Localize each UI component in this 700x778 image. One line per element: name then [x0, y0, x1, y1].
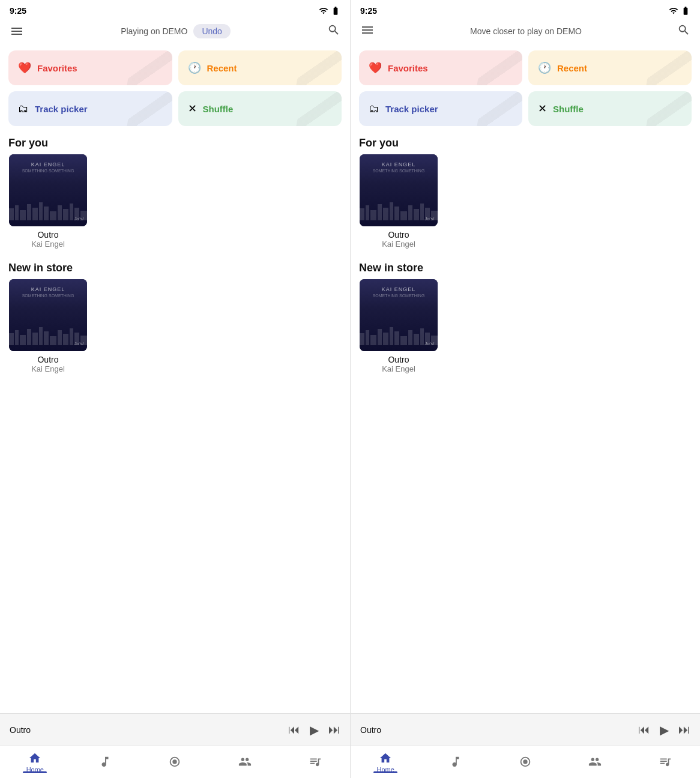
svg-rect-2: [20, 210, 26, 220]
track-name-store-1-right: Outro: [388, 355, 409, 364]
shuffle-card-right[interactable]: ✕ Shuffle: [528, 91, 692, 126]
trackpicker-icon: 🗂: [18, 103, 29, 115]
svg-rect-16: [27, 329, 31, 345]
search-icon-right[interactable]: [677, 23, 690, 37]
next-skip-button-right[interactable]: ⏭: [678, 723, 690, 737]
svg-rect-43: [370, 335, 376, 345]
for-you-item-1-left[interactable]: KAI ENGEL SOMETHING SOMETHING: [0, 154, 96, 256]
track-name-for-you-1-right: Outro: [388, 230, 409, 240]
svg-rect-7: [50, 211, 56, 220]
hamburger-left[interactable]: [10, 24, 24, 38]
hamburger-icon-left[interactable]: [10, 24, 24, 38]
music-icon-left: [98, 755, 112, 768]
svg-rect-48: [400, 336, 407, 345]
nav-home-left[interactable]: Home: [0, 752, 70, 773]
wifi-icon: [319, 6, 328, 16]
nav-music-left[interactable]: [70, 755, 140, 770]
move-closer-label: Move closer to play on DEMO: [470, 26, 582, 36]
status-icons-left: [319, 6, 340, 16]
nav-radio-right[interactable]: [490, 755, 560, 770]
svg-rect-36: [408, 205, 412, 220]
status-icons-right: [669, 6, 690, 16]
hamburger-icon-right[interactable]: [360, 23, 375, 37]
music-icon-right: [449, 755, 462, 768]
undo-button[interactable]: Undo: [193, 24, 230, 38]
svg-rect-31: [378, 204, 382, 220]
play-button-right[interactable]: ▶: [660, 723, 669, 737]
new-in-store-item-1-left[interactable]: KAI ENGEL SOMETHING SOMETHING: [0, 279, 96, 381]
shuffle-icon-right: ✕: [538, 102, 547, 115]
nav-queue-left[interactable]: [280, 755, 350, 770]
svg-rect-9: [63, 209, 68, 220]
svg-rect-13: [9, 333, 14, 345]
player-track-right: Outro: [360, 725, 381, 735]
svg-rect-15: [20, 335, 26, 345]
quick-cards-left: ❤️ Favorites 🕐 Recent 🗂 Track picker ✕ S…: [0, 46, 350, 131]
track-picker-card[interactable]: 🗂 Track picker: [8, 91, 172, 126]
svg-rect-19: [44, 331, 49, 345]
favorites-card[interactable]: ❤️ Favorites: [8, 50, 172, 85]
shuffle-label: Shuffle: [203, 104, 234, 114]
content-right: For you KAI ENGEL SOMETHING SOMETHING: [351, 131, 700, 453]
svg-rect-47: [394, 331, 399, 345]
content-left: For you KAI ENGEL SOMETHING SOMETHING: [0, 131, 350, 453]
svg-rect-38: [420, 204, 424, 220]
album-art-for-you-left: KAI ENGEL SOMETHING SOMETHING: [9, 154, 87, 226]
album-art-store-left: KAI ENGEL SOMETHING SOMETHING: [9, 279, 87, 351]
prev-skip-button-left[interactable]: ⏮: [288, 723, 300, 737]
battery-icon-right: [681, 6, 690, 16]
search-right[interactable]: [677, 23, 690, 39]
status-time-left: 9:25: [10, 6, 26, 16]
nav-home-right[interactable]: Home: [351, 752, 420, 773]
recent-label-right: Recent: [557, 63, 587, 73]
play-button-left[interactable]: ▶: [310, 723, 319, 737]
home-icon-left: [28, 752, 41, 765]
nav-queue-right[interactable]: [630, 755, 700, 770]
svg-rect-37: [414, 209, 419, 220]
artist-name-for-you-1-left: Kai Engel: [31, 240, 65, 249]
favorites-label-right: Favorites: [388, 63, 428, 73]
svg-rect-50: [414, 334, 419, 345]
artist-name-store-1-left: Kai Engel: [31, 364, 65, 373]
new-in-store-item-1-right[interactable]: KAI ENGEL SOMETHING SOMETHING: [351, 279, 447, 381]
svg-rect-32: [383, 208, 388, 220]
favorites-card-right[interactable]: ❤️ Favorites: [359, 50, 522, 85]
svg-rect-10: [70, 204, 73, 220]
playing-label: Playing on DEMO: [121, 26, 187, 36]
recent-card[interactable]: 🕐 Recent: [178, 50, 342, 85]
track-picker-card-right[interactable]: 🗂 Track picker: [359, 91, 522, 126]
svg-rect-51: [420, 328, 424, 345]
shuffle-label-right: Shuffle: [553, 104, 584, 114]
for-you-item-1-right[interactable]: KAI ENGEL SOMETHING SOMETHING: [351, 154, 447, 256]
nav-social-left[interactable]: [210, 755, 280, 770]
track-name-store-1-left: Outro: [37, 355, 58, 364]
prev-skip-button-right[interactable]: ⏮: [638, 723, 650, 737]
queue-icon-left: [309, 755, 322, 768]
player-bar-right: Outro ⏮ ▶ ⏭: [351, 713, 700, 746]
top-bar-left: Playing on DEMO Undo: [0, 19, 350, 46]
status-time-right: 9:25: [360, 6, 377, 16]
search-icon-left[interactable]: [327, 23, 340, 37]
hamburger-right[interactable]: [360, 23, 375, 40]
svg-rect-23: [70, 328, 73, 345]
search-left[interactable]: [327, 23, 340, 39]
svg-rect-49: [408, 330, 412, 345]
nav-radio-left[interactable]: [140, 755, 210, 770]
status-bar-right: 9:25: [351, 0, 700, 19]
panel-left: 9:25 Playing on DEMO Undo ❤️ Favorite: [0, 0, 350, 778]
panel-right: 9:25 Move closer to play on DEMO ❤️ Favo…: [350, 0, 700, 778]
svg-point-54: [523, 759, 527, 764]
player-bar-left: Outro ⏮ ▶ ⏭: [0, 713, 350, 746]
recent-label: Recent: [207, 63, 237, 73]
nav-social-right[interactable]: [560, 755, 630, 770]
svg-rect-45: [383, 333, 388, 345]
recent-card-right[interactable]: 🕐 Recent: [528, 50, 692, 85]
shuffle-card[interactable]: ✕ Shuffle: [178, 91, 342, 126]
next-skip-button-left[interactable]: ⏭: [328, 723, 340, 737]
nav-music-right[interactable]: [420, 755, 490, 770]
trackpicker-icon-right: 🗂: [369, 103, 379, 115]
svg-rect-17: [32, 333, 38, 345]
svg-rect-28: [360, 208, 364, 220]
svg-rect-41: [360, 333, 364, 345]
favorites-label: Favorites: [37, 63, 77, 73]
